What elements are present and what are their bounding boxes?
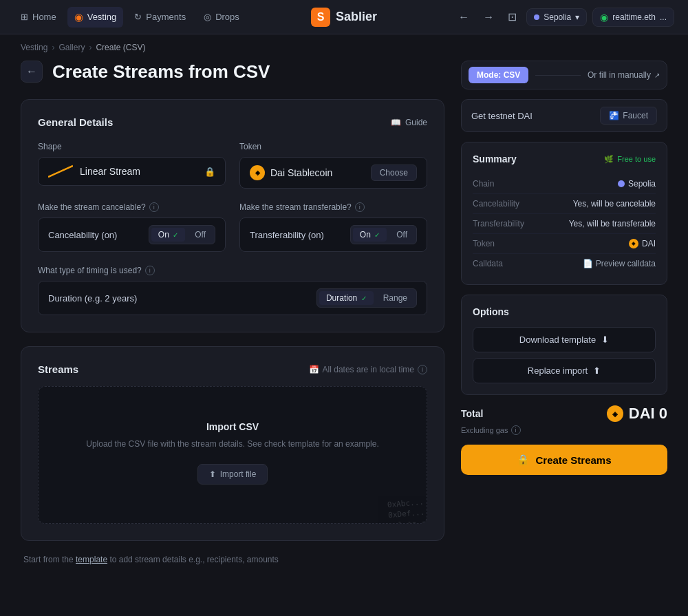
nav-drops[interactable]: ◎ Drops	[197, 8, 246, 26]
faucet-icon: 🚰	[609, 111, 619, 120]
free-badge: 🌿 Free to use	[604, 155, 656, 164]
gas-info-icon[interactable]: i	[511, 425, 521, 435]
guide-label: Guide	[405, 118, 427, 127]
back-button[interactable]: ←	[21, 61, 43, 83]
token-val: ◈ DAI	[629, 239, 656, 248]
template-link[interactable]: template	[76, 555, 107, 564]
nav-back-arrow[interactable]: ←	[454, 8, 473, 26]
nav-forward-arrow[interactable]: →	[479, 8, 498, 26]
dai-token-icon: ◈	[250, 165, 265, 180]
cancelability-row: Cancelability Yes, will be cancelable	[473, 194, 656, 214]
transferable-toggle-input: Transferability (on) On ✓ Off	[239, 217, 427, 252]
top-navigation: ⊞ Home ◉ Vesting ↻ Payments ◎ Drops S Sa…	[0, 0, 688, 34]
choose-token-button[interactable]: Choose	[371, 164, 417, 181]
breadcrumb-gallery[interactable]: Gallery	[58, 43, 85, 52]
lock-icon: 🔒	[204, 167, 215, 177]
create-btn-label: Create Streams	[535, 454, 611, 466]
wallet-label: realtime.eth	[612, 12, 656, 22]
mode-divider	[535, 75, 581, 76]
nav-vesting-label: Vesting	[87, 12, 117, 22]
total-amount: ◈ DAI 0	[607, 405, 667, 423]
chain-key: Chain	[473, 179, 494, 189]
transferability-row: Transferability Yes, will be transferabl…	[473, 214, 656, 234]
nav-vesting[interactable]: ◉ Vesting	[67, 7, 124, 28]
site-logo: S Sablier	[311, 8, 377, 27]
bottom-note: Start from the template to add stream de…	[21, 555, 444, 564]
gas-note: Excluding gas i	[461, 425, 667, 435]
breadcrumb-sep-1: ›	[52, 43, 54, 52]
shape-input[interactable]: Linear Stream 🔒	[38, 157, 226, 186]
linear-stream-icon	[48, 164, 73, 178]
cancel-transfer-row: Make the stream cancelable? i Cancelabil…	[38, 202, 427, 252]
shape-group: Shape Linear Stream 🔒	[38, 142, 226, 189]
options-title: Options	[473, 306, 656, 317]
cancelability-key: Cancelability	[473, 199, 519, 209]
cancelable-toggle-input: Cancelability (on) On ✓ Off	[38, 217, 226, 252]
chain-value: Sepolia	[628, 179, 656, 189]
transferable-off-button[interactable]: Off	[389, 228, 414, 242]
network-selector[interactable]: Sepolia ▾	[526, 8, 587, 26]
summary-title: Summary	[473, 153, 517, 164]
import-area[interactable]: Import CSV Upload the CSV file with the …	[38, 386, 427, 524]
calendar-icon: 📅	[309, 365, 319, 374]
cancelable-on-button[interactable]: On ✓	[151, 228, 185, 242]
cancelable-info-icon[interactable]: i	[149, 202, 159, 212]
shape-inner: Linear Stream	[48, 164, 140, 178]
cancelability-label: Cancelability (on)	[48, 230, 117, 240]
guide-button[interactable]: 📖 Guide	[391, 118, 427, 127]
timing-info-icon[interactable]: i	[145, 266, 155, 275]
duration-button[interactable]: Duration ✓	[319, 291, 374, 305]
token-row: Token ◈ DAI	[473, 234, 656, 254]
network-label: Sepolia	[544, 12, 571, 22]
card-title: General Details	[38, 116, 113, 128]
date-note: 📅 All dates are in local time i	[309, 365, 427, 374]
wallet-selector[interactable]: ◉ realtime.eth ...	[592, 8, 674, 27]
total-label: Total	[461, 408, 483, 419]
cancelability-val: Yes, will be cancelable	[573, 199, 656, 209]
transferable-label-text: Make the stream transferable?	[239, 202, 352, 212]
summary-card: Summary 🌿 Free to use Chain Sepolia Canc…	[461, 142, 667, 285]
download-template-label: Download template	[519, 334, 596, 345]
shape-value: Linear Stream	[80, 166, 140, 177]
calldata-key: Calldata	[473, 259, 503, 268]
transferability-val: Yes, will be transferable	[569, 219, 656, 229]
transferable-on-label: On	[360, 230, 371, 240]
nav-payments[interactable]: ↻ Payments	[127, 8, 193, 26]
payments-icon: ↻	[134, 12, 142, 22]
import-file-button[interactable]: ⬆ Import file	[197, 464, 268, 485]
faucet-button[interactable]: 🚰 Faucet	[600, 107, 657, 125]
token-key: Token	[473, 239, 495, 248]
cancelable-off-button[interactable]: Off	[188, 228, 213, 242]
token-inner: ◈ Dai Stablecoin	[250, 165, 332, 180]
faucet-row: Get testnet DAI 🚰 Faucet	[461, 99, 667, 132]
nav-drops-label: Drops	[215, 12, 239, 22]
nav-home[interactable]: ⊞ Home	[14, 8, 63, 26]
date-info-icon[interactable]: i	[418, 365, 427, 374]
transferable-toggle-group: On ✓ Off	[350, 225, 417, 244]
transferability-label: Transferability (on)	[250, 230, 324, 240]
transferability-key: Transferability	[473, 219, 524, 229]
timing-input: Duration (e.g. 2 years) Duration ✓ Range	[38, 281, 427, 315]
preview-calldata-button[interactable]: 📄 Preview calldata	[583, 259, 656, 268]
breadcrumb: Vesting › Gallery › Create (CSV)	[0, 34, 688, 61]
duration-check: ✓	[361, 295, 367, 302]
transferable-on-button[interactable]: On ✓	[353, 228, 387, 242]
download-template-button[interactable]: Download template ⬇	[473, 327, 656, 352]
replace-import-button[interactable]: Replace import ⬆	[473, 358, 656, 383]
mode-csv-button[interactable]: Mode: CSV	[469, 67, 528, 83]
range-button[interactable]: Range	[376, 291, 414, 305]
transferable-info-icon[interactable]: i	[355, 202, 365, 212]
breadcrumb-sep-2: ›	[89, 43, 92, 52]
calldata-icon: 📄	[583, 259, 593, 268]
drops-icon: ◎	[204, 12, 211, 22]
fill-manually-button[interactable]: Or fill in manually ↗	[588, 70, 660, 80]
nav-qr-icon[interactable]: ⊡	[504, 8, 521, 26]
breadcrumb-vesting[interactable]: Vesting	[21, 43, 47, 52]
bottom-note-pre: Start from the	[23, 555, 76, 564]
token-name: Dai Stablecoin	[270, 167, 332, 178]
fill-manually-label: Or fill in manually	[588, 70, 651, 80]
timing-label: What type of timing is used? i	[38, 266, 427, 275]
token-group: Token ◈ Dai Stablecoin Choose	[239, 142, 427, 189]
create-streams-button[interactable]: 🔒 Create Streams	[461, 445, 667, 475]
total-dai-icon: ◈	[607, 405, 623, 422]
